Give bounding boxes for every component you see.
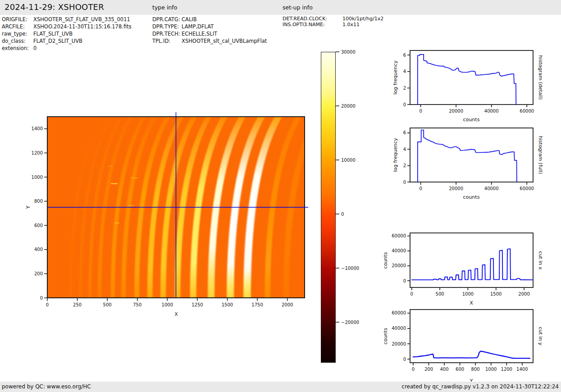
cut-x-side-label: cut in x (538, 251, 543, 270)
svg-text:1000: 1000 (462, 292, 474, 296)
cut-x-legend-label: y=750 (508, 235, 525, 241)
data-line (413, 351, 530, 359)
info-label: INS.OPTI3.NAME: (283, 22, 342, 27)
svg-text:0: 0 (40, 296, 43, 301)
svg-text:−10000: −10000 (341, 266, 359, 271)
qc-report-page: 2024-11-29: XSHOOTER type info set-up in… (0, 0, 561, 392)
info-value: XSHOOTER_slt_cal_UVBLampFlat (182, 37, 267, 45)
svg-text:750: 750 (133, 302, 141, 307)
svg-text:0: 0 (410, 292, 413, 296)
svg-text:1400: 1400 (32, 126, 43, 131)
cut-y-legend: x=1072 (487, 310, 525, 319)
info-value: 1.0x11 (342, 22, 360, 27)
info-row: DPR.CATG:CALIB (152, 16, 267, 23)
cut-y-ylabel: counts (383, 328, 388, 345)
svg-text:2: 2 (403, 86, 406, 91)
info-row: DPR.TYPE:LAMP,DFLAT (152, 23, 267, 30)
info-label: raw_type: (2, 30, 33, 37)
info-label: ARCFILE: (2, 23, 33, 30)
info-value: FLAT_D2_SLIT_UVB (33, 37, 82, 45)
bright-artifact (108, 166, 113, 166)
svg-text:600: 600 (34, 223, 43, 228)
svg-text:1000: 1000 (485, 367, 497, 372)
svg-text:500: 500 (436, 292, 444, 296)
info-value: CALIB (182, 16, 197, 23)
setup-info-block: DET.READ.CLOCK:100k/1pt/hg/1x2INS.OPTI3.… (283, 16, 383, 27)
svg-text:0: 0 (46, 302, 49, 307)
legend-line-sample (496, 238, 506, 239)
svg-text:400: 400 (34, 247, 43, 252)
svg-text:4: 4 (403, 147, 406, 152)
info-row: DPR.TECH:ECHELLE,SLIT (152, 30, 267, 37)
svg-text:600: 600 (456, 367, 464, 372)
svg-text:2000: 2000 (518, 292, 529, 296)
svg-text:40000: 40000 (392, 248, 406, 253)
svg-text:1000: 1000 (162, 302, 173, 307)
info-label: extension: (2, 45, 33, 52)
svg-text:1200: 1200 (501, 367, 512, 372)
bright-artifact (131, 178, 138, 178)
cut-x-ylabel: counts (383, 252, 388, 269)
info-value: 100k/1pt/hg/1x2 (342, 16, 383, 22)
svg-text:1400: 1400 (516, 367, 528, 372)
hist-full-xlabel: counts (463, 194, 480, 200)
info-row: ORIGFILE:XSHOOTER_SLT_FLAT_UVB_335_0011 (2, 16, 132, 23)
header-bar: 2024-11-29: XSHOOTER type info set-up in… (0, 0, 561, 15)
svg-text:0: 0 (419, 186, 422, 191)
info-row: extension:0 (2, 45, 132, 52)
page-title: 2024-11-29: XSHOOTER (5, 2, 104, 12)
main-xlabel: X (174, 311, 178, 317)
bright-artifact (128, 205, 134, 205)
svg-text:500: 500 (103, 302, 112, 307)
svg-text:2000: 2000 (282, 302, 293, 307)
svg-text:0: 0 (412, 367, 415, 372)
svg-text:1250: 1250 (192, 302, 203, 307)
main-ylabel: Y (25, 206, 31, 209)
info-label: DET.READ.CLOCK: (283, 16, 342, 22)
hist-detail-ylabel: log frequency (392, 60, 398, 94)
info-value: XSHOO.2024-11-30T11:15:16.178.fits (33, 23, 132, 30)
footer-right-text: created by qc_rawdisp.py v1.2.3 on 2024-… (401, 383, 559, 390)
svg-text:0: 0 (341, 212, 344, 217)
hist-full-side-label: histogram (full) (538, 136, 543, 174)
svg-text:200: 200 (34, 271, 43, 276)
info-label: DPR.CATG: (152, 16, 182, 23)
svg-text:1500: 1500 (490, 292, 502, 296)
footer-left-text: powered by QC: www.eso.org/HC (2, 383, 91, 390)
data-line (418, 130, 517, 182)
echelle-flat-image (47, 117, 305, 298)
info-row: DET.READ.CLOCK:100k/1pt/hg/1x2 (283, 16, 383, 22)
svg-text:200: 200 (424, 367, 433, 372)
legend-line-sample (490, 315, 500, 315)
bright-artifact (111, 183, 118, 184)
bright-artifact (114, 223, 119, 223)
info-value: 0 (33, 45, 36, 52)
svg-text:1200: 1200 (32, 150, 43, 155)
svg-text:60000: 60000 (392, 310, 406, 315)
colorbar (321, 52, 336, 363)
chart-histogram_detail: 02000040000600000246 (410, 50, 533, 105)
svg-text:60000: 60000 (520, 186, 534, 191)
svg-text:20000: 20000 (392, 342, 406, 346)
hist-detail-side-label: histogram (detail) (538, 55, 543, 100)
svg-text:20000: 20000 (392, 263, 406, 268)
svg-text:800: 800 (471, 367, 480, 372)
setup-info-heading: set-up info (283, 4, 313, 11)
cut-y-legend-label: x=1072 (502, 312, 522, 318)
info-row: raw_type:FLAT_SLIT_UVB (2, 30, 132, 37)
svg-text:6: 6 (403, 53, 406, 58)
info-row: ARCFILE:XSHOO.2024-11-30T11:15:16.178.fi… (2, 23, 132, 30)
svg-text:0: 0 (403, 180, 406, 185)
svg-text:1750: 1750 (251, 302, 263, 307)
file-info-block: ORIGFILE:XSHOOTER_SLT_FLAT_UVB_335_0011A… (2, 16, 132, 52)
svg-text:60000: 60000 (392, 233, 406, 238)
svg-text:0: 0 (403, 278, 406, 283)
type-info-block: DPR.CATG:CALIBDPR.TYPE:LAMP,DFLATDPR.TEC… (152, 16, 267, 45)
svg-text:4: 4 (403, 69, 406, 74)
info-value: LAMP,DFLAT (182, 23, 214, 30)
footer-bar: powered by QC: www.eso.org/HC created by… (0, 382, 561, 392)
svg-text:0: 0 (419, 109, 422, 114)
svg-text:6: 6 (403, 130, 406, 135)
info-value: ECHELLE,SLIT (182, 30, 217, 37)
svg-text:1000: 1000 (32, 175, 43, 180)
